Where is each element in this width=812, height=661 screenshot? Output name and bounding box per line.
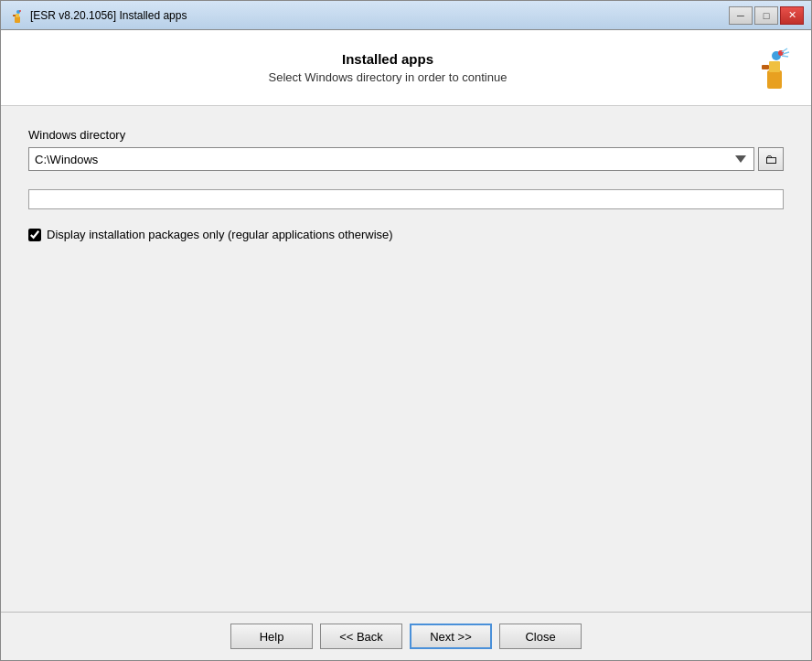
directory-row: C:\Windows D:\Windows E:\Windows 🗀 (28, 147, 784, 171)
checkbox-label[interactable]: Display installation packages only (regu… (47, 228, 393, 241)
app-icon (8, 7, 25, 24)
svg-rect-6 (769, 61, 780, 72)
display-packages-checkbox[interactable] (28, 229, 41, 241)
title-bar: [ESR v8.20.1056] Installed apps ─ □ ✕ (1, 1, 811, 30)
header-text-block: Installed apps Select Windows directory … (19, 51, 756, 84)
svg-line-11 (783, 52, 789, 54)
back-button[interactable]: << Back (320, 624, 402, 649)
main-window: [ESR v8.20.1056] Installed apps ─ □ ✕ In… (0, 0, 812, 661)
svg-rect-8 (762, 65, 769, 69)
close-window-button[interactable]: ✕ (780, 6, 804, 25)
svg-rect-5 (767, 70, 782, 89)
browse-button[interactable]: 🗀 (758, 147, 784, 171)
directory-label: Windows directory (28, 128, 784, 142)
directory-dropdown[interactable]: C:\Windows D:\Windows E:\Windows (28, 147, 754, 171)
close-button[interactable]: Close (499, 624, 582, 649)
svg-rect-3 (13, 15, 16, 16)
svg-rect-0 (15, 16, 20, 23)
folder-icon: 🗀 (764, 152, 777, 166)
header-subtitle: Select Windows directory in order to con… (19, 70, 756, 84)
footer-area: Help << Back Next >> Close (1, 612, 811, 660)
next-button[interactable]: Next >> (410, 624, 492, 649)
header-area: Installed apps Select Windows directory … (1, 30, 811, 106)
minimize-button[interactable]: ─ (729, 6, 753, 25)
checkbox-row: Display installation packages only (regu… (28, 228, 784, 241)
maximize-button[interactable]: □ (754, 6, 778, 25)
header-title: Installed apps (19, 51, 756, 67)
title-bar-text: [ESR v8.20.1056] Installed apps (30, 9, 729, 22)
svg-point-4 (19, 10, 21, 12)
svg-rect-1 (16, 14, 19, 17)
help-button[interactable]: Help (230, 624, 313, 649)
svg-line-12 (782, 56, 788, 57)
progress-bar-container (28, 189, 784, 209)
header-logo (756, 45, 793, 91)
content-area: Windows directory C:\Windows D:\Windows … (1, 106, 811, 612)
title-bar-buttons: ─ □ ✕ (729, 6, 804, 25)
svg-line-10 (782, 48, 787, 52)
